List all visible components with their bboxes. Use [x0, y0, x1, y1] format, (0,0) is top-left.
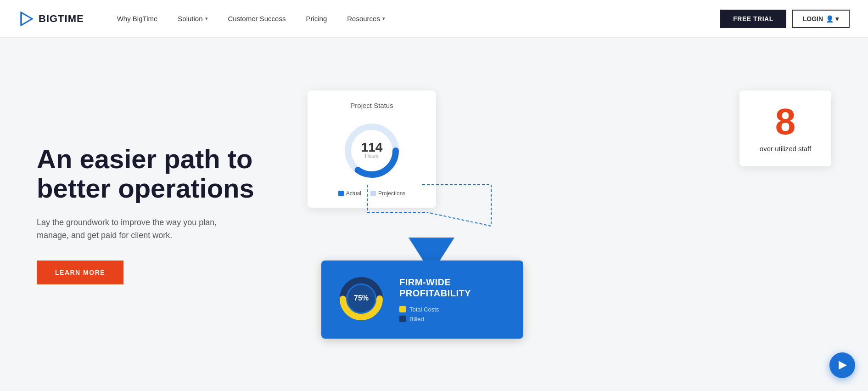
- fab-play-icon: [837, 360, 848, 371]
- solution-chevron-icon: ▾: [205, 16, 208, 22]
- free-trial-button[interactable]: FREE TRIAL: [720, 10, 786, 28]
- nav-resources[interactable]: Resources ▾: [337, 0, 395, 38]
- costs-dot: [399, 306, 406, 312]
- resources-chevron-icon: ▾: [382, 16, 385, 22]
- svg-marker-0: [21, 12, 32, 25]
- nav-actions: FREE TRIAL LOGIN 👤 ▾: [720, 10, 850, 28]
- fab-button[interactable]: [829, 352, 855, 378]
- hours-value: 114: [361, 140, 383, 154]
- learn-more-button[interactable]: LEARN MORE: [37, 261, 123, 284]
- user-icon: 👤 ▾: [826, 15, 839, 23]
- legend-actual: Actual: [338, 190, 361, 197]
- svg-marker-15: [839, 361, 847, 369]
- profit-title: FIRM-WIDE PROFITABILITY: [399, 277, 509, 299]
- projection-dot: [370, 191, 376, 196]
- nav-customer-success[interactable]: Customer Success: [218, 0, 296, 38]
- navbar: BIGTIME Why BigTime Solution ▾ Customer …: [0, 0, 868, 38]
- legend-billed: Billed: [399, 316, 509, 323]
- project-status-donut: 114 Hours: [320, 119, 423, 183]
- legend-projection: Projections: [370, 190, 405, 197]
- overutil-number: 8: [756, 103, 815, 140]
- project-status-legend: Actual Projections: [320, 190, 423, 197]
- profit-legend: Total Costs Billed: [399, 306, 509, 323]
- hero-section: An easier path to better operations Lay …: [0, 38, 868, 391]
- nav-solution[interactable]: Solution ▾: [168, 0, 218, 38]
- actual-dot: [338, 191, 344, 196]
- hero-right: Project Status 114 Hours Actual: [294, 77, 831, 352]
- nav-pricing[interactable]: Pricing: [296, 0, 337, 38]
- overutil-label: over utilized staff: [756, 144, 815, 153]
- project-status-card: Project Status 114 Hours Actual: [308, 91, 436, 208]
- svg-line-8: [427, 212, 491, 226]
- project-status-title: Project Status: [320, 102, 423, 109]
- hours-label: Hours: [365, 153, 379, 158]
- profitability-card: 75% FIRM-WIDE PROFITABILITY Total Costs …: [321, 261, 523, 339]
- logo-link[interactable]: BIGTIME: [18, 11, 84, 27]
- svg-text:75%: 75%: [354, 294, 369, 302]
- overutilized-card: 8 over utilized staff: [739, 91, 831, 166]
- nav-links: Why BigTime Solution ▾ Customer Success …: [107, 0, 721, 38]
- hero-left: An easier path to better operations Lay …: [37, 144, 294, 284]
- hero-title: An easier path to better operations: [37, 144, 275, 203]
- legend-costs: Total Costs: [399, 306, 509, 313]
- hero-subtitle: Lay the groundwork to improve the way yo…: [37, 216, 234, 243]
- bigtime-logo-icon: [18, 11, 35, 27]
- login-button[interactable]: LOGIN 👤 ▾: [792, 10, 850, 28]
- logo-text: BIGTIME: [39, 13, 84, 25]
- nav-why-bigtime[interactable]: Why BigTime: [107, 0, 168, 38]
- profit-info: FIRM-WIDE PROFITABILITY Total Costs Bill…: [399, 277, 509, 323]
- profit-donut: 75%: [336, 273, 386, 326]
- billed-dot: [399, 316, 406, 322]
